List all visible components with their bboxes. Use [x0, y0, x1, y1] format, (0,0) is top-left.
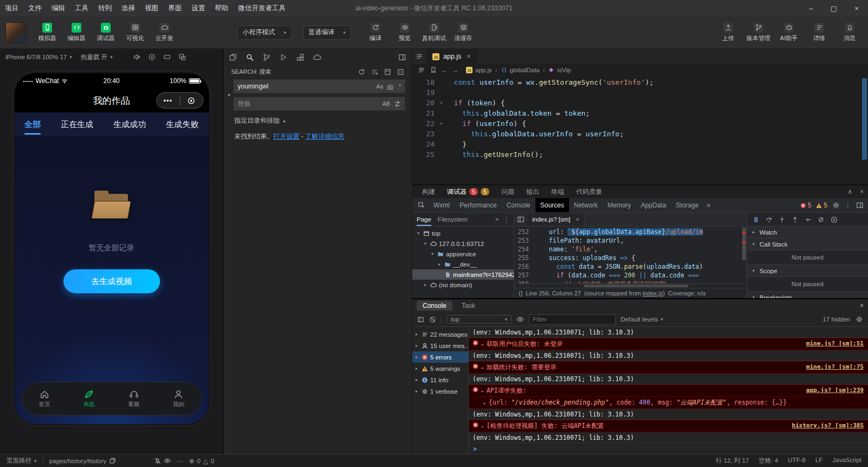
search-icon[interactable] — [246, 53, 254, 61]
breadcrumb-item[interactable]: {}globalData — [501, 67, 540, 73]
sources-code[interactable]: 252 url: `${app.globalData.apiBase}/uplo… — [514, 226, 746, 283]
panel-tab[interactable]: 问题 — [496, 185, 520, 198]
devtools-menu-icon[interactable]: ⋮ — [845, 201, 851, 209]
devtools-settings-icon[interactable] — [832, 201, 840, 209]
expand-icon[interactable]: ▸ — [481, 387, 484, 395]
fold-icon[interactable]: ▾ — [437, 98, 445, 108]
copy-path-icon[interactable] — [109, 457, 116, 464]
console-levels-select[interactable]: Default levels▾ — [621, 316, 663, 323]
tree-item[interactable]: ▾appservice — [412, 249, 514, 259]
step-into-icon[interactable] — [778, 216, 786, 223]
whole-word-icon[interactable]: ab — [387, 83, 393, 90]
console-error-object[interactable]: ▸{url: "/video/check_pending.php", code:… — [469, 397, 868, 409]
collapse-panel-icon[interactable]: ∧ — [847, 188, 852, 195]
debug-section-header[interactable]: ▾Scope — [747, 265, 868, 277]
generate-video-button[interactable]: 去生成视频 — [63, 269, 160, 293]
phone-tabbar-item[interactable]: 作品 — [67, 382, 112, 415]
match-case-icon[interactable]: Aa — [376, 83, 383, 90]
console-source-link[interactable]: history.js? [sm]:385 — [784, 422, 864, 430]
console-prompt[interactable]: > — [469, 443, 868, 454]
hot-reload-select[interactable]: 热重载 开▾ — [81, 53, 113, 61]
deactivate-breakpoints-icon[interactable] — [818, 216, 825, 223]
status-more-icon[interactable]: ⋯ — [177, 457, 183, 465]
status-item[interactable]: UTF-8 — [788, 457, 806, 465]
console-filter-item[interactable]: ▸15 user mes... — [412, 340, 468, 351]
panel-tab[interactable]: 终端 — [546, 185, 570, 198]
menu-item[interactable]: 界面 — [163, 0, 187, 16]
debug-section-header[interactable]: ▾Call Stack — [747, 238, 868, 250]
regex-icon[interactable]: .* — [397, 83, 401, 90]
devtools-error-count[interactable]: 5 — [800, 201, 812, 209]
devtools-warning-count[interactable]: 5 — [816, 201, 827, 209]
pretty-print-icon[interactable]: {} — [519, 290, 522, 296]
devtools-tab[interactable]: Wxml — [429, 198, 455, 212]
expand-icon[interactable]: ▸ — [481, 340, 484, 349]
tree-item[interactable]: ▸(no domain) — [412, 280, 514, 290]
tree-item[interactable]: ▾127.0.0.1:63712 — [412, 238, 514, 249]
inspect-icon[interactable] — [418, 201, 425, 209]
devtools-tab[interactable]: Network — [569, 198, 603, 212]
phone-tab[interactable]: 全部 — [22, 112, 43, 136]
console-tab[interactable]: Console — [417, 301, 452, 311]
menu-item[interactable]: 视图 — [140, 0, 163, 16]
open-editors-icon[interactable] — [416, 53, 423, 60]
nav-forward-icon[interactable]: → — [452, 67, 459, 73]
toolbar-button[interactable]: 编译 — [362, 23, 388, 42]
menu-item[interactable]: 文件 — [23, 0, 47, 16]
toolbar-button[interactable]: 消息 — [837, 23, 863, 42]
pause-icon[interactable] — [752, 216, 760, 223]
phone-tabbar-item[interactable]: 我的 — [156, 382, 201, 415]
toolbar-button[interactable]: 详情 — [806, 23, 832, 42]
device-select[interactable]: iPhone 6/7/8 100% 17▾ — [5, 54, 72, 60]
nav-more-icon[interactable]: » — [495, 216, 499, 223]
page-path-select[interactable]: 页面路径▾ — [7, 457, 37, 465]
devtools-tab[interactable]: Memory — [603, 198, 636, 212]
navigator-toggle-icon[interactable] — [517, 216, 525, 223]
devtools-tab[interactable]: Console — [502, 198, 535, 212]
debug-section-header[interactable]: ▾Breakpoints — [747, 292, 868, 298]
console-settings-icon[interactable] — [856, 315, 863, 323]
menu-item[interactable]: 项目 — [0, 0, 23, 16]
breadcrumb-item[interactable]: JSapp.js — [466, 67, 492, 73]
status-item[interactable]: LF — [815, 457, 822, 465]
expand-icon[interactable]: ▸ — [481, 363, 484, 372]
sources-file-tab[interactable]: index.js? [sm] × — [527, 213, 585, 226]
live-expression-icon[interactable] — [516, 315, 524, 323]
files-include-toggle[interactable]: 指定目录和排除▴ — [224, 111, 412, 127]
code-editor[interactable]: 18 const userInfo = wx.getStorageSync('u… — [412, 76, 868, 185]
nav-menu-icon[interactable]: ⋮ — [503, 216, 510, 223]
console-source-link[interactable]: mine.js? [sm]:75 — [799, 363, 864, 371]
editor-scrollbar[interactable] — [862, 78, 867, 160]
menu-item[interactable]: 转到 — [93, 0, 117, 16]
menu-item[interactable]: 微信开发者工具 — [233, 0, 291, 16]
problem-counts[interactable]: ⊗0 △0 — [189, 457, 214, 465]
console-tab[interactable]: Task — [456, 301, 481, 311]
toggle-replace-icon[interactable]: ▾ — [225, 79, 233, 111]
avatar[interactable] — [5, 22, 26, 43]
outline-icon[interactable] — [418, 66, 425, 74]
devtools-tab[interactable]: Performance — [455, 198, 502, 212]
menu-item[interactable]: 工具 — [70, 0, 93, 16]
capsule-more-button[interactable]: ••• — [157, 97, 180, 105]
fold-icon[interactable]: ▾ — [437, 118, 445, 129]
status-item[interactable]: JavaScript — [832, 457, 861, 465]
toolbar-button[interactable]: 模拟器 — [34, 23, 60, 42]
collapse-icon[interactable] — [397, 68, 404, 75]
devtools-tab[interactable]: Storage — [671, 198, 704, 212]
close-button[interactable]: × — [845, 0, 868, 16]
expand-icon[interactable]: ▸ — [483, 399, 486, 407]
close-file-icon[interactable]: × — [576, 216, 579, 223]
minimize-button[interactable]: – — [800, 0, 822, 16]
extensions-icon[interactable] — [296, 53, 304, 61]
sources-hscrollbar[interactable] — [514, 283, 746, 288]
rotate-icon[interactable] — [163, 53, 171, 61]
panel-tab[interactable]: 调试器55 — [442, 185, 495, 198]
panel-tab[interactable]: 代码质量 — [571, 185, 608, 198]
toolbar-button[interactable]: 真机调试 — [421, 23, 447, 42]
open-settings-link[interactable]: 打开设置 — [273, 132, 299, 140]
phone-tab[interactable]: 生成成功 — [111, 112, 148, 136]
console-filter-item[interactable]: ▸1 verbose — [412, 386, 468, 397]
console-filter-item[interactable]: ▸5 warnings — [412, 363, 468, 374]
menu-item[interactable]: 编辑 — [47, 0, 70, 16]
phone-tab[interactable]: 生成失败 — [164, 112, 201, 136]
